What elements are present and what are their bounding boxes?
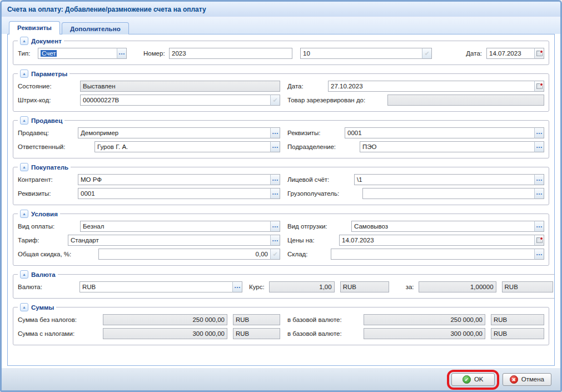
lookup-trigger[interactable]: …	[117, 48, 127, 59]
calendar-icon[interactable]	[534, 235, 544, 246]
responsible-field[interactable]: Гуров Г. А.	[95, 141, 271, 152]
collapse-toggle-icon[interactable]: ▲	[20, 70, 28, 78]
sum-without-base-label: в базовой валюте:	[287, 316, 364, 323]
warehouse-label: Склад:	[287, 251, 331, 257]
lookup-trigger[interactable]: …	[534, 174, 544, 185]
per-currency-field: RUB	[502, 281, 553, 292]
fieldset-seller: ▲ Продавец Продавец: Демопример … Реквиз…	[13, 116, 549, 158]
lookup-trigger[interactable]: …	[270, 141, 280, 152]
lookup-trigger[interactable]: …	[534, 188, 544, 199]
seller-label: Продавец:	[18, 130, 78, 136]
fieldset-legend: Валюта	[31, 271, 56, 278]
sum-without-tax-label: Сумма без налогов:	[18, 316, 103, 323]
responsible-label: Ответственный:	[18, 143, 95, 150]
payment-type-field[interactable]: Безнал	[80, 221, 271, 232]
document-date-field[interactable]: 14.07.2023	[486, 48, 535, 59]
collapse-toggle-icon[interactable]: ▲	[20, 270, 28, 279]
tab-requisites[interactable]: Реквизиты	[9, 21, 60, 34]
seller-field[interactable]: Демопример	[78, 127, 271, 138]
fieldset-sums: ▲ Суммы Сумма без налогов: 250 000,00 RU…	[13, 303, 549, 345]
consignee-field[interactable]	[362, 188, 535, 199]
lookup-trigger[interactable]: …	[270, 127, 280, 138]
cancel-x-icon: ✖	[510, 375, 518, 384]
lookup-trigger[interactable]: …	[232, 281, 242, 292]
calendar-icon[interactable]	[534, 81, 544, 92]
tab-label: Реквизиты	[17, 24, 52, 31]
collapse-toggle-icon[interactable]: ▲	[20, 163, 28, 171]
rate-currency-field: RUB	[340, 281, 389, 292]
sum-without-tax-currency: RUB	[233, 314, 280, 325]
type-label: Тип:	[18, 50, 38, 57]
discount-label: Общая скидка, %:	[18, 251, 98, 257]
prices-date-field[interactable]: 14.07.2023	[339, 235, 535, 246]
fieldset-parameters: ▲ Параметры Состояние: Выставлен Дата: 2…	[13, 70, 549, 112]
prices-date-label: Цены на:	[287, 237, 339, 244]
button-bar: ✔ OK ✖ Отмена	[2, 368, 560, 390]
department-field[interactable]: ПЭО	[360, 141, 535, 152]
tariff-field[interactable]: Стандарт	[68, 235, 271, 246]
sum-without-base-currency: RUB	[491, 314, 544, 325]
lookup-trigger[interactable]: …	[270, 221, 280, 232]
seller-requisites-field[interactable]: 0001	[345, 127, 535, 138]
params-date-label: Дата:	[287, 83, 328, 90]
contragent-field[interactable]: МО РФ	[78, 174, 271, 185]
rate-field: 1,00	[269, 281, 335, 292]
state-field: Выставлен	[80, 81, 280, 92]
discount-field[interactable]: 0,00	[98, 249, 271, 260]
consignee-label: Грузополучатель:	[287, 190, 362, 197]
sum-with-base-currency: RUB	[491, 328, 544, 339]
ok-button-wrap: ✔ OK	[451, 373, 495, 386]
ok-label: OK	[474, 376, 484, 383]
currency-label: Валюта:	[18, 284, 79, 290]
lookup-trigger[interactable]: …	[270, 188, 280, 199]
params-date-field[interactable]: 27.10.2023	[328, 81, 535, 92]
collapse-toggle-icon[interactable]: ▲	[20, 116, 28, 125]
buyer-requisites-label: Реквизиты:	[18, 190, 78, 197]
apply-trigger[interactable]: ✔	[270, 249, 280, 260]
number-suffix-field[interactable]: 10	[300, 48, 422, 59]
lookup-trigger[interactable]: …	[270, 174, 280, 185]
type-field[interactable]: Счет	[38, 48, 117, 59]
shipment-type-label: Вид отгрузки:	[287, 223, 351, 230]
fieldset-legend: Суммы	[31, 304, 54, 311]
calendar-icon[interactable]	[534, 48, 544, 59]
warehouse-field[interactable]	[331, 249, 535, 260]
lookup-trigger[interactable]: …	[270, 235, 280, 246]
ok-button[interactable]: ✔ OK	[451, 373, 495, 386]
cancel-button[interactable]: ✖ Отмена	[503, 373, 551, 386]
state-label: Состояние:	[18, 83, 80, 90]
per-label: за:	[406, 284, 414, 290]
fieldset-legend: Параметры	[31, 71, 67, 77]
apply-trigger[interactable]: ✔	[422, 48, 432, 59]
collapse-toggle-icon[interactable]: ▲	[20, 37, 28, 45]
number-field[interactable]: 2023	[169, 48, 292, 59]
lookup-trigger[interactable]: …	[534, 221, 544, 232]
apply-trigger[interactable]: ✔	[270, 95, 280, 106]
barcode-label: Штрих-код:	[18, 97, 80, 103]
account-field[interactable]: \1	[354, 174, 535, 185]
buyer-requisites-field[interactable]: 0001	[78, 188, 271, 199]
collapse-toggle-icon[interactable]: ▲	[20, 303, 28, 311]
rate-label: Курс:	[249, 284, 265, 290]
collapse-toggle-icon[interactable]: ▲	[20, 210, 28, 218]
fieldset-document: ▲ Документ Тип: Счет … Номер: 2023 10 ✔ …	[13, 37, 549, 65]
sum-with-tax-currency: RUB	[233, 328, 280, 339]
reserved-field	[387, 95, 544, 106]
ok-check-icon: ✔	[462, 375, 471, 384]
payment-type-label: Вид оплаты:	[18, 223, 80, 230]
lookup-trigger[interactable]: …	[534, 127, 544, 138]
sum-without-tax-field: 250 000,00	[103, 314, 227, 325]
tariff-label: Тариф:	[18, 237, 68, 244]
sum-without-base-field: 250 000,00	[364, 314, 485, 325]
barcode-field[interactable]: 000000227B	[80, 95, 271, 106]
sum-with-base-label: в базовой валюте:	[287, 330, 364, 337]
type-value: Счет	[41, 50, 57, 57]
tab-additional[interactable]: Дополнительно	[62, 22, 129, 34]
currency-field[interactable]: RUB	[79, 281, 233, 292]
lookup-trigger[interactable]: …	[534, 249, 544, 260]
lookup-trigger[interactable]: …	[534, 141, 544, 152]
sum-with-tax-field: 300 000,00	[103, 328, 227, 339]
fieldset-legend: Условия	[31, 211, 58, 217]
shipment-type-field[interactable]: Самовывоз	[351, 221, 535, 232]
contragent-label: Контрагент:	[18, 176, 78, 183]
